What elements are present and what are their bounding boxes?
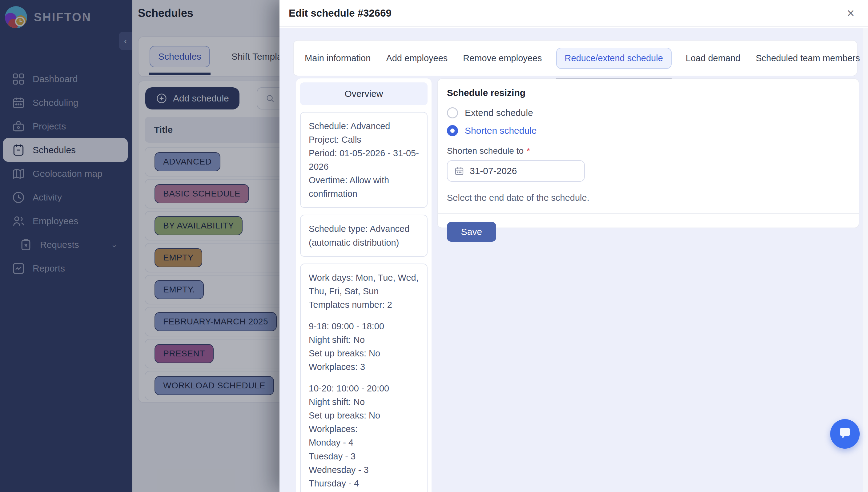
template-10-20-text: 10-20: 10:00 - 20:00 Night shift: No Set…: [309, 382, 419, 492]
modal-tab-scheduled-team-members[interactable]: Scheduled team members: [754, 48, 861, 68]
chat-widget-button[interactable]: [830, 419, 860, 449]
modal-tab-main-information[interactable]: Main information: [304, 48, 372, 68]
overview-workdays-card: Work days: Mon, Tue, Wed, Thu, Fri, Sat,…: [300, 264, 427, 492]
shorten-date-value: 31-07-2026: [470, 166, 517, 176]
schedule-resizing-card: Schedule resizing Extend schedule Shorte…: [437, 78, 860, 228]
edit-schedule-modal: Edit schedule #32669 × Main information …: [280, 0, 868, 492]
template-9-18-text: 9-18: 09:00 - 18:00 Night shift: No Set …: [309, 319, 419, 374]
required-asterisk: *: [526, 146, 530, 155]
overview-summary-card: Schedule: Advanced Project: Calls Period…: [300, 112, 427, 208]
radio-unselected-icon[interactable]: [447, 107, 458, 118]
radio-selected-icon[interactable]: [447, 125, 458, 136]
modal-tab-load-demand[interactable]: Load demand: [684, 48, 742, 68]
date-helper-text: Select the end date of the schedule.: [447, 193, 849, 203]
modal-tab-reduce-extend-schedule[interactable]: Reduce/extend schedule: [556, 48, 672, 69]
modal-body: Main information Add employees Remove em…: [280, 28, 868, 492]
modal-title: Edit schedule #32669: [289, 7, 392, 19]
shorten-to-label: Shorten schedule to*: [447, 146, 849, 156]
extend-schedule-option[interactable]: Extend schedule: [447, 106, 849, 120]
modal-backdrop[interactable]: [0, 0, 281, 492]
app-root: SHIFTON ‹ Dashboard Scheduling Projects …: [0, 0, 868, 492]
modal-tab-remove-employees[interactable]: Remove employees: [462, 48, 543, 68]
shorten-schedule-label: Shorten schedule: [465, 125, 537, 136]
close-icon[interactable]: ×: [847, 7, 854, 20]
save-button[interactable]: Save: [447, 222, 496, 242]
overview-type-text: Schedule type: Advanced (automatic distr…: [309, 222, 419, 249]
divider: [438, 214, 859, 214]
workdays-text: Work days: Mon, Tue, Wed, Thu, Fri, Sat,…: [309, 271, 419, 312]
overview-header[interactable]: Overview: [300, 82, 427, 105]
modal-header: Edit schedule #32669 ×: [280, 0, 868, 27]
modal-tab-bar: Main information Add employees Remove em…: [293, 40, 858, 76]
overview-panel: Overview Schedule: Advanced Project: Cal…: [296, 78, 431, 492]
modal-tab-add-employees[interactable]: Add employees: [385, 48, 449, 68]
extend-schedule-label: Extend schedule: [465, 107, 533, 118]
modal-scrollbar[interactable]: [863, 28, 868, 492]
shorten-date-field[interactable]: 31-07-2026: [447, 160, 585, 182]
schedule-resizing-title: Schedule resizing: [447, 88, 849, 98]
chat-bubble-icon: [837, 426, 852, 442]
calendar-icon: [454, 166, 464, 176]
shorten-schedule-option[interactable]: Shorten schedule: [447, 124, 849, 138]
overview-summary-text: Schedule: Advanced Project: Calls Period…: [309, 119, 419, 200]
overview-type-card: Schedule type: Advanced (automatic distr…: [300, 215, 427, 256]
